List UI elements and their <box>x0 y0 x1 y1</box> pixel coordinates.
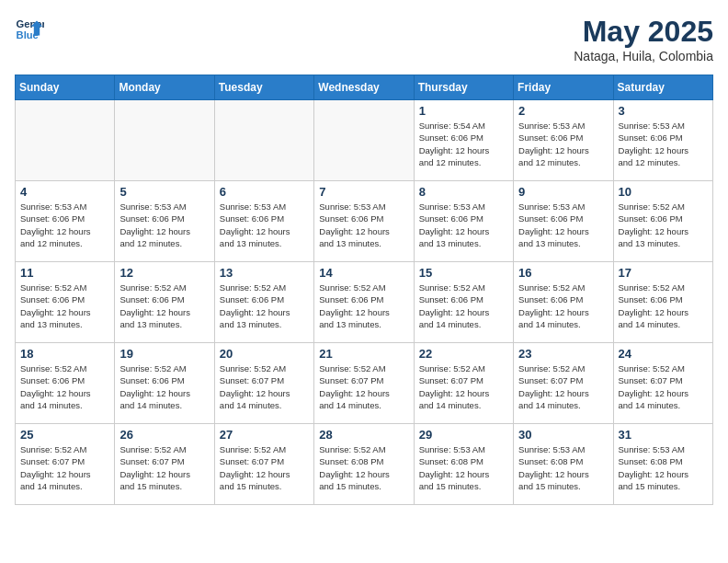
day-info: Sunrise: 5:53 AM Sunset: 6:08 PM Dayligh… <box>518 443 608 492</box>
calendar-cell: 9Sunrise: 5:53 AM Sunset: 6:06 PM Daylig… <box>514 181 613 262</box>
col-thursday: Thursday <box>414 75 513 100</box>
calendar-cell: 31Sunrise: 5:53 AM Sunset: 6:08 PM Dayli… <box>613 424 712 505</box>
calendar-cell <box>16 100 115 181</box>
day-info: Sunrise: 5:52 AM Sunset: 6:06 PM Dayligh… <box>20 282 109 330</box>
page-header: General Blue May 2025 Nataga, Huila, Col… <box>15 15 713 63</box>
calendar-header-row: Sunday Monday Tuesday Wednesday Thursday… <box>16 75 713 100</box>
calendar-cell: 30Sunrise: 5:53 AM Sunset: 6:08 PM Dayli… <box>514 424 613 505</box>
calendar-cell: 6Sunrise: 5:53 AM Sunset: 6:06 PM Daylig… <box>214 181 313 262</box>
calendar-cell: 15Sunrise: 5:52 AM Sunset: 6:06 PM Dayli… <box>414 262 513 343</box>
week-row-3: 11Sunrise: 5:52 AM Sunset: 6:06 PM Dayli… <box>16 262 713 343</box>
day-number: 7 <box>319 185 408 199</box>
day-info: Sunrise: 5:54 AM Sunset: 6:06 PM Dayligh… <box>419 120 508 168</box>
location: Nataga, Huila, Colombia <box>574 49 713 63</box>
day-number: 13 <box>220 266 309 280</box>
calendar-table: Sunday Monday Tuesday Wednesday Thursday… <box>15 75 713 505</box>
day-number: 5 <box>119 185 209 199</box>
day-number: 19 <box>119 347 209 361</box>
day-number: 26 <box>119 428 209 442</box>
day-info: Sunrise: 5:52 AM Sunset: 6:07 PM Dayligh… <box>20 443 109 492</box>
calendar-cell: 12Sunrise: 5:52 AM Sunset: 6:06 PM Dayli… <box>115 262 214 343</box>
col-tuesday: Tuesday <box>214 75 313 100</box>
week-row-5: 25Sunrise: 5:52 AM Sunset: 6:07 PM Dayli… <box>16 424 713 505</box>
day-info: Sunrise: 5:53 AM Sunset: 6:06 PM Dayligh… <box>518 201 608 249</box>
day-info: Sunrise: 5:52 AM Sunset: 6:07 PM Dayligh… <box>220 362 309 411</box>
day-info: Sunrise: 5:53 AM Sunset: 6:06 PM Dayligh… <box>119 201 209 249</box>
col-friday: Friday <box>514 75 613 100</box>
logo-icon: General Blue <box>15 15 44 44</box>
day-info: Sunrise: 5:53 AM Sunset: 6:06 PM Dayligh… <box>518 120 608 168</box>
calendar-cell: 27Sunrise: 5:52 AM Sunset: 6:07 PM Dayli… <box>214 424 313 505</box>
calendar-cell: 14Sunrise: 5:52 AM Sunset: 6:06 PM Dayli… <box>314 262 414 343</box>
calendar-cell: 2Sunrise: 5:53 AM Sunset: 6:06 PM Daylig… <box>514 100 613 181</box>
day-info: Sunrise: 5:53 AM Sunset: 6:06 PM Dayligh… <box>319 201 408 249</box>
calendar-cell: 26Sunrise: 5:52 AM Sunset: 6:07 PM Dayli… <box>115 424 214 505</box>
day-number: 8 <box>419 185 508 199</box>
calendar-cell: 8Sunrise: 5:53 AM Sunset: 6:06 PM Daylig… <box>414 181 513 262</box>
day-number: 10 <box>619 185 708 199</box>
col-monday: Monday <box>115 75 214 100</box>
day-number: 15 <box>419 266 508 280</box>
day-number: 31 <box>619 428 708 442</box>
col-sunday: Sunday <box>16 75 115 100</box>
day-number: 29 <box>419 428 508 442</box>
calendar-cell: 7Sunrise: 5:53 AM Sunset: 6:06 PM Daylig… <box>314 181 414 262</box>
calendar-cell: 4Sunrise: 5:53 AM Sunset: 6:06 PM Daylig… <box>16 181 115 262</box>
day-number: 4 <box>20 185 109 199</box>
day-number: 24 <box>619 347 708 361</box>
calendar-cell: 25Sunrise: 5:52 AM Sunset: 6:07 PM Dayli… <box>16 424 115 505</box>
calendar-cell: 22Sunrise: 5:52 AM Sunset: 6:07 PM Dayli… <box>414 343 513 424</box>
day-info: Sunrise: 5:52 AM Sunset: 6:06 PM Dayligh… <box>319 282 408 330</box>
day-info: Sunrise: 5:52 AM Sunset: 6:08 PM Dayligh… <box>319 443 408 492</box>
calendar-cell: 28Sunrise: 5:52 AM Sunset: 6:08 PM Dayli… <box>314 424 414 505</box>
month-year: May 2025 <box>574 15 713 49</box>
day-number: 23 <box>518 347 608 361</box>
week-row-4: 18Sunrise: 5:52 AM Sunset: 6:06 PM Dayli… <box>16 343 713 424</box>
day-info: Sunrise: 5:53 AM Sunset: 6:06 PM Dayligh… <box>619 120 708 168</box>
day-number: 22 <box>419 347 508 361</box>
day-number: 1 <box>419 104 508 118</box>
calendar-cell: 13Sunrise: 5:52 AM Sunset: 6:06 PM Dayli… <box>214 262 313 343</box>
calendar-cell: 1Sunrise: 5:54 AM Sunset: 6:06 PM Daylig… <box>414 100 513 181</box>
day-info: Sunrise: 5:52 AM Sunset: 6:07 PM Dayligh… <box>220 443 309 492</box>
calendar-cell: 18Sunrise: 5:52 AM Sunset: 6:06 PM Dayli… <box>16 343 115 424</box>
day-info: Sunrise: 5:53 AM Sunset: 6:06 PM Dayligh… <box>220 201 309 249</box>
day-info: Sunrise: 5:52 AM Sunset: 6:07 PM Dayligh… <box>319 362 408 411</box>
day-number: 16 <box>518 266 608 280</box>
day-number: 30 <box>518 428 608 442</box>
logo: General Blue <box>15 15 44 44</box>
calendar-cell: 21Sunrise: 5:52 AM Sunset: 6:07 PM Dayli… <box>314 343 414 424</box>
day-number: 12 <box>119 266 209 280</box>
day-number: 14 <box>319 266 408 280</box>
day-info: Sunrise: 5:52 AM Sunset: 6:06 PM Dayligh… <box>119 282 209 330</box>
calendar-cell <box>115 100 214 181</box>
calendar-cell: 3Sunrise: 5:53 AM Sunset: 6:06 PM Daylig… <box>613 100 712 181</box>
day-info: Sunrise: 5:53 AM Sunset: 6:08 PM Dayligh… <box>619 443 708 492</box>
title-block: May 2025 Nataga, Huila, Colombia <box>574 15 713 63</box>
day-info: Sunrise: 5:52 AM Sunset: 6:07 PM Dayligh… <box>518 362 608 411</box>
day-info: Sunrise: 5:52 AM Sunset: 6:06 PM Dayligh… <box>518 282 608 330</box>
day-info: Sunrise: 5:52 AM Sunset: 6:06 PM Dayligh… <box>419 282 508 330</box>
calendar-cell: 11Sunrise: 5:52 AM Sunset: 6:06 PM Dayli… <box>16 262 115 343</box>
calendar-cell: 24Sunrise: 5:52 AM Sunset: 6:07 PM Dayli… <box>613 343 712 424</box>
day-number: 18 <box>20 347 109 361</box>
day-info: Sunrise: 5:52 AM Sunset: 6:06 PM Dayligh… <box>20 362 109 411</box>
calendar-cell: 5Sunrise: 5:53 AM Sunset: 6:06 PM Daylig… <box>115 181 214 262</box>
calendar-cell: 29Sunrise: 5:53 AM Sunset: 6:08 PM Dayli… <box>414 424 513 505</box>
day-info: Sunrise: 5:52 AM Sunset: 6:06 PM Dayligh… <box>619 201 708 249</box>
day-number: 3 <box>619 104 708 118</box>
day-info: Sunrise: 5:52 AM Sunset: 6:07 PM Dayligh… <box>619 362 708 411</box>
day-number: 2 <box>518 104 608 118</box>
calendar-cell: 10Sunrise: 5:52 AM Sunset: 6:06 PM Dayli… <box>613 181 712 262</box>
day-info: Sunrise: 5:53 AM Sunset: 6:06 PM Dayligh… <box>419 201 508 249</box>
day-info: Sunrise: 5:52 AM Sunset: 6:06 PM Dayligh… <box>619 282 708 330</box>
day-number: 28 <box>319 428 408 442</box>
calendar-cell <box>214 100 313 181</box>
day-info: Sunrise: 5:52 AM Sunset: 6:07 PM Dayligh… <box>119 443 209 492</box>
day-number: 20 <box>220 347 309 361</box>
calendar-cell: 17Sunrise: 5:52 AM Sunset: 6:06 PM Dayli… <box>613 262 712 343</box>
week-row-1: 1Sunrise: 5:54 AM Sunset: 6:06 PM Daylig… <box>16 100 713 181</box>
day-number: 11 <box>20 266 109 280</box>
day-info: Sunrise: 5:53 AM Sunset: 6:06 PM Dayligh… <box>20 201 109 249</box>
calendar-cell: 19Sunrise: 5:52 AM Sunset: 6:06 PM Dayli… <box>115 343 214 424</box>
